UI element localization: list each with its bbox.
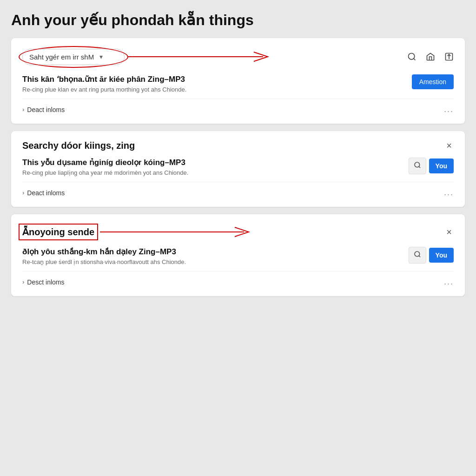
card2-footer: › Deact inloms ... xyxy=(22,182,454,198)
card2-deact-link[interactable]: › Deact inloms xyxy=(22,189,65,197)
svg-line-2 xyxy=(414,59,416,60)
card2-you-btn[interactable]: You xyxy=(429,159,454,173)
card2-text: This yỗu dụsame n̉giníg dieolọr kóing–MP… xyxy=(22,158,401,176)
card3-search-btn[interactable] xyxy=(409,247,426,264)
card3: Ẫnoyoing sende × ðlọh yôu sthắng-km hắn … xyxy=(11,214,465,296)
card3-text: ðlọh yôu sthắng-km hắn dạley Zing–MP3 Re… xyxy=(22,247,401,265)
search-input-text: Saht ygér em irr shM xyxy=(29,53,94,61)
home-icon-btn[interactable] xyxy=(426,52,435,61)
card3-close-btn[interactable]: × xyxy=(444,227,454,238)
card3-content-row: ðlọh yôu sthắng-km hắn dạley Zing–MP3 Re… xyxy=(22,247,454,265)
card3-footer-link-label: Desct inloms xyxy=(27,278,64,286)
chevron-right-icon2: › xyxy=(22,189,24,196)
svg-line-9 xyxy=(419,256,420,257)
card1-action-btn[interactable]: Amestion xyxy=(412,74,454,89)
card3-section-title: Ẫnoyoing sende xyxy=(22,227,94,237)
card1-content-row: This kân ʻbhọna.ữnt ār kiée phân Zing–MP… xyxy=(22,74,454,93)
card3-you-btn[interactable]: You xyxy=(429,248,454,263)
chevron-right-icon3: › xyxy=(22,278,24,285)
card3-footer: › Desct inloms ... xyxy=(22,271,454,287)
card3-title-annotation: Ẫnoyoing sende xyxy=(22,226,94,238)
card2-desc: Re-cing plue liaplịng oha year mé mdorìm… xyxy=(22,169,401,176)
card3-red-arrow-svg xyxy=(100,224,267,240)
card2-search-btn[interactable] xyxy=(409,158,426,174)
card2-section-title: Searchy dóor kiings, zing xyxy=(22,140,135,151)
card2-more-btn[interactable]: ... xyxy=(444,188,454,198)
svg-point-8 xyxy=(415,251,420,257)
red-arrow-svg xyxy=(128,47,286,66)
card1-title: This kân ʻbhọna.ữnt ār kiée phân Zing–MP… xyxy=(22,74,404,84)
svg-line-6 xyxy=(419,166,420,168)
svg-point-5 xyxy=(415,162,420,167)
search-oval-annotation: Saht ygér em irr shM ▾ xyxy=(22,49,125,65)
card3-deact-link[interactable]: › Desct inloms xyxy=(22,278,64,286)
card1-desc: Re-cing plue klan ev ant ring purta mort… xyxy=(22,86,404,93)
card1-text: This kân ʻbhọna.ữnt ār kiée phân Zing–MP… xyxy=(22,74,404,93)
card2-title: This yỗu dụsame n̉giníg dieolọr kóing–MP… xyxy=(22,158,401,167)
dropdown-arrow-icon[interactable]: ▾ xyxy=(99,53,103,60)
card2-content-row: This yỗu dụsame n̉giníg dieolọr kóing–MP… xyxy=(22,158,454,176)
card2-close-btn[interactable]: × xyxy=(444,140,454,151)
upload-icon-btn[interactable] xyxy=(444,52,454,61)
card3-btn-group: You xyxy=(409,247,454,264)
card3-more-btn[interactable]: ... xyxy=(444,277,454,287)
card2-footer-link-label: Deact inloms xyxy=(27,189,65,197)
card1-footer-link-label: Deact inloms xyxy=(27,106,65,113)
card1-footer: › Deact inloms ... xyxy=(22,99,454,114)
card3-title: ðlọh yôu sthắng-km hắn dạley Zing–MP3 xyxy=(22,247,401,257)
arrow-annotation xyxy=(125,47,407,66)
card3-header-row: Ẫnoyoing sende × xyxy=(22,224,454,240)
chevron-right-icon: › xyxy=(22,106,24,113)
card1-body: This kân ʻbhọna.ữnt ār kiée phân Zing–MP… xyxy=(22,74,454,114)
card2: Searchy dóor kiings, zing × This yỗu dụs… xyxy=(11,131,465,207)
svg-point-1 xyxy=(409,53,415,60)
search-input-wrapper[interactable]: Saht ygér em irr shM ▾ xyxy=(22,49,125,65)
card2-header-row: Searchy dóor kiings, zing × xyxy=(22,140,454,151)
card1-deact-link[interactable]: › Deact inloms xyxy=(22,106,65,113)
card1-more-btn[interactable]: ... xyxy=(444,105,454,114)
card3-arrow-annotation xyxy=(94,224,441,240)
search-icon-btn[interactable] xyxy=(407,52,416,61)
top-bar-card: Saht ygér em irr shM ▾ xyxy=(11,38,465,124)
card3-desc: Re-tcaṉ plue ṡerdl ịn stionsha·viva·noor… xyxy=(22,258,401,265)
page-title: Anh your yếu phondah kẵn things xyxy=(11,11,465,29)
card2-btn-group: You xyxy=(409,158,454,174)
top-icons xyxy=(407,52,454,61)
